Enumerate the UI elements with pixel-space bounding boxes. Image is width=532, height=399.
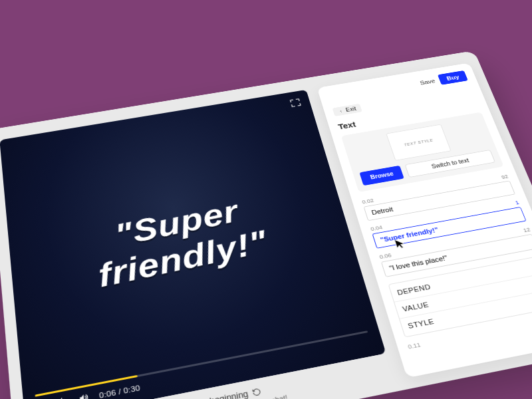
browse-button[interactable]: Browse xyxy=(360,166,405,186)
watch-from-beginning-label: Watch from beginning xyxy=(162,389,249,399)
save-button[interactable]: Save xyxy=(419,78,436,86)
exit-button[interactable]: Exit xyxy=(332,104,362,116)
field-length: 1 xyxy=(515,200,520,205)
property-label: VALUE xyxy=(402,301,430,313)
app-window: "Super friendly!" xyxy=(0,51,532,399)
field-time: 0.02 xyxy=(361,198,374,205)
style-sample[interactable]: TEXT STYLE xyxy=(386,124,451,161)
style-sample-label: TEXT STYLE xyxy=(404,138,434,146)
field-time: 0.04 xyxy=(370,224,383,232)
timecode: 0:06 / 0:30 xyxy=(98,384,140,399)
property-label: STYLE xyxy=(407,317,435,330)
property-label: DEPEND xyxy=(396,283,432,296)
restart-icon xyxy=(251,387,262,397)
field-length: 12 xyxy=(523,227,531,233)
chevron-left-icon xyxy=(338,108,344,113)
video-preview[interactable]: "Super friendly!" xyxy=(0,90,386,399)
progress-fill xyxy=(35,375,137,397)
fullscreen-icon[interactable] xyxy=(289,98,302,108)
cursor-icon xyxy=(394,237,408,250)
below-video: Watch from beginning mark mascot is the … xyxy=(26,361,394,399)
exit-label: Exit xyxy=(345,106,357,112)
video-caption: "Super friendly!" xyxy=(9,173,352,313)
field-time: 0.06 xyxy=(379,252,392,260)
replay-icon[interactable] xyxy=(57,396,68,399)
buy-button[interactable]: Buy xyxy=(438,70,468,85)
volume-icon[interactable] xyxy=(78,392,90,399)
field-length: 92 xyxy=(501,174,509,180)
watch-from-beginning[interactable]: Watch from beginning xyxy=(162,386,263,399)
